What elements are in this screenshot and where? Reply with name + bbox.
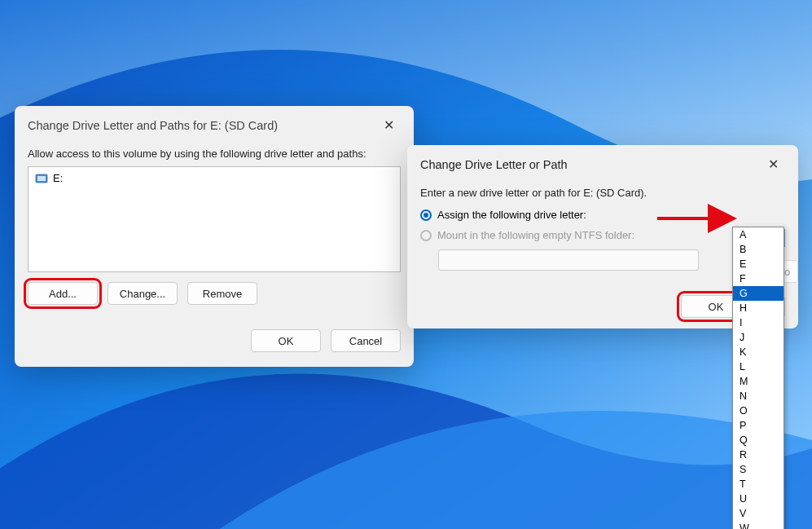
dropdown-option-q[interactable]: Q xyxy=(733,433,783,447)
dropdown-option-e[interactable]: E xyxy=(733,257,783,271)
drive-item-label: E: xyxy=(53,172,63,184)
dropdown-option-p[interactable]: P xyxy=(733,418,783,433)
cancel-button[interactable]: Cancel xyxy=(331,329,401,352)
dropdown-option-o[interactable]: O xyxy=(733,403,783,418)
change-drive-letter-paths-dialog: Change Drive Letter and Paths for E: (SD… xyxy=(15,106,414,367)
close-icon[interactable]: ✕ xyxy=(377,116,401,134)
drive-letter-dropdown-list[interactable]: ABEFGHIJKLMNOPQRSTUVWX xyxy=(732,227,784,529)
dropdown-option-i[interactable]: I xyxy=(733,315,783,330)
radio-unchecked-icon[interactable] xyxy=(420,230,432,241)
svg-rect-2 xyxy=(37,176,46,181)
mount-ntfs-folder-label: Mount in the following empty NTFS folder… xyxy=(437,229,634,241)
radio-checked-icon[interactable] xyxy=(420,209,432,221)
dropdown-option-v[interactable]: V xyxy=(733,506,783,521)
dropdown-option-a[interactable]: A xyxy=(733,227,783,242)
dropdown-option-j[interactable]: J xyxy=(733,330,783,345)
add-button[interactable]: Add... xyxy=(28,282,98,305)
dropdown-option-r[interactable]: R xyxy=(733,447,783,462)
change-button[interactable]: Change... xyxy=(108,282,178,305)
dialog2-instruction: Enter a new drive letter or path for E: … xyxy=(420,187,785,199)
dialog1-title: Change Drive Letter and Paths for E: (SD… xyxy=(28,119,278,132)
dropdown-option-t[interactable]: T xyxy=(733,477,783,492)
assign-drive-letter-radio-row[interactable]: Assign the following drive letter: xyxy=(420,209,785,221)
dropdown-option-n[interactable]: N xyxy=(733,389,783,403)
dropdown-option-g[interactable]: G xyxy=(733,286,783,301)
assign-drive-letter-label: Assign the following drive letter: xyxy=(437,209,586,221)
dialog2-titlebar: Change Drive Letter or Path ✕ xyxy=(407,145,798,183)
ntfs-folder-path-input xyxy=(438,249,699,271)
dropdown-option-s[interactable]: S xyxy=(733,462,783,477)
dropdown-option-u[interactable]: U xyxy=(733,492,783,506)
dropdown-option-l[interactable]: L xyxy=(733,359,783,374)
remove-button[interactable]: Remove xyxy=(187,282,257,305)
ok-button[interactable]: OK xyxy=(251,329,321,352)
drive-list-item[interactable]: E: xyxy=(35,172,393,184)
drive-paths-listbox[interactable]: E: xyxy=(28,166,401,272)
dialog1-titlebar: Change Drive Letter and Paths for E: (SD… xyxy=(15,106,414,144)
dropdown-option-h[interactable]: H xyxy=(733,301,783,315)
dropdown-option-k[interactable]: K xyxy=(733,345,783,359)
dropdown-option-b[interactable]: B xyxy=(733,242,783,257)
dropdown-option-w[interactable]: W xyxy=(733,521,783,529)
sd-card-icon xyxy=(35,174,48,183)
dialog2-title: Change Drive Letter or Path xyxy=(420,158,568,171)
dropdown-option-m[interactable]: M xyxy=(733,374,783,389)
dialog1-instruction: Allow access to this volume by using the… xyxy=(28,148,401,160)
dropdown-option-f[interactable]: F xyxy=(733,271,783,286)
mount-ntfs-folder-radio-row[interactable]: Mount in the following empty NTFS folder… xyxy=(420,229,785,241)
close-icon[interactable]: ✕ xyxy=(762,155,785,174)
